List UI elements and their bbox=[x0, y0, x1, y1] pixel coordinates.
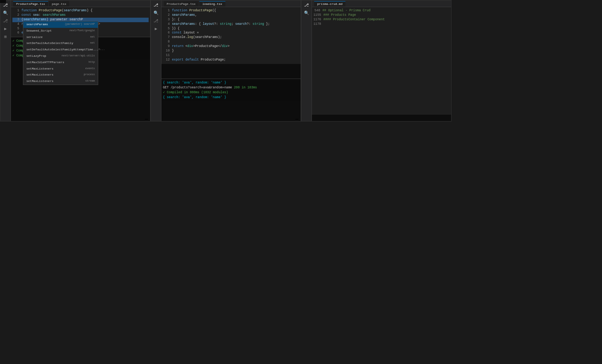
git-icon-2[interactable]: ⎇ bbox=[153, 18, 159, 24]
git-icon[interactable]: ⎇ bbox=[3, 18, 9, 24]
tab-loading[interactable]: loading.tsx bbox=[199, 1, 225, 6]
mini-sidebar-2: ⎇ 🔍 ⎇ ▶ bbox=[151, 0, 161, 121]
timestamp-2 bbox=[295, 119, 298, 120]
ac-item-9[interactable]: setMaxListenersprocess bbox=[23, 72, 98, 78]
code-editor-2: 1function ProductsPage({ 2 searchParams,… bbox=[161, 7, 301, 64]
main-code-area-2: ProductsPage.tsx loading.tsx 1function P… bbox=[161, 0, 301, 121]
mini-sidebar-1: ⎇ 🔍 ⎇ ▶ ⊞ bbox=[0, 0, 11, 121]
video-grid: ⎇ 🔍 ⎇ ▶ ⊞ ProductsPage.tsx page.tsx 1fun… bbox=[0, 0, 602, 364]
panel-1: ⎇ 🔍 ⎇ ▶ ⊞ ProductsPage.tsx page.tsx 1fun… bbox=[0, 0, 150, 121]
ac-item-10[interactable]: setMaxListenersstream bbox=[23, 78, 98, 85]
ac-item-8[interactable]: setMaxListenersevents bbox=[23, 66, 98, 72]
main-code-area-1: ProductsPage.tsx page.tsx 1function Prod… bbox=[11, 0, 150, 121]
tab-products-page-2[interactable]: ProductsPage.tsx bbox=[164, 1, 199, 6]
ac-item-5[interactable]: setDefaultAutoSelectFamilyAttemptTime...… bbox=[23, 47, 98, 53]
search-icon-2[interactable]: 🔍 bbox=[153, 10, 159, 16]
ac-item-3[interactable]: serializenet bbox=[23, 34, 98, 41]
panel-header-3: prisma-crud.md bbox=[312, 0, 451, 7]
search-sidebar-icon[interactable]: 🔍 bbox=[3, 10, 9, 16]
search-icon-3[interactable]: 🔍 bbox=[304, 10, 310, 16]
mini-sidebar-3: ⎇ 🔍 bbox=[301, 0, 312, 121]
file-info bbox=[0, 0, 6, 3]
debug-icon-2[interactable]: ▶ bbox=[153, 26, 159, 32]
explorer-icon-2[interactable]: ⎇ bbox=[153, 2, 159, 8]
panel-header-1: ProductsPage.tsx page.tsx bbox=[11, 0, 150, 7]
ac-item-2[interactable]: Seaweed_Scriptnext/font/google bbox=[23, 28, 98, 34]
panel-header-2: ProductsPage.tsx loading.tsx bbox=[161, 0, 301, 7]
panel-3: ⎇ 🔍 prisma-crud.md 548## Optional - Pris… bbox=[301, 0, 451, 121]
ac-item-1[interactable]: searchParams(parameter) searchP bbox=[23, 21, 98, 28]
ac-item-7[interactable]: setMaxIdleHTTPParsershttp bbox=[23, 59, 98, 66]
extensions-icon[interactable]: ⊞ bbox=[3, 33, 9, 39]
autocomplete-dropdown-1: searchParams(parameter) searchP Seaweed_… bbox=[23, 21, 98, 85]
code-editor-3: 548## Optional - Prisma Crud 1155### Pro… bbox=[312, 7, 451, 115]
debug-icon[interactable]: ▶ bbox=[3, 26, 9, 32]
tab-prisma-md[interactable]: prisma-crud.md bbox=[314, 1, 345, 6]
explorer-icon-3[interactable]: ⎇ bbox=[304, 2, 310, 8]
ac-item-6[interactable]: setLazyPropnext/server/api-utils bbox=[23, 53, 98, 59]
panel-2: ⎇ 🔍 ⎇ ▶ ProductsPage.tsx loading.tsx 1fu… bbox=[150, 0, 301, 121]
tab-products-page[interactable]: ProductsPage.tsx bbox=[13, 1, 48, 6]
tab-page[interactable]: page.tsx bbox=[49, 1, 69, 6]
main-code-area-3: prisma-crud.md 548## Optional - Prisma C… bbox=[312, 0, 451, 121]
timestamp-1 bbox=[145, 119, 148, 120]
ac-item-4[interactable]: setDefaultAutoSelectFamilynet bbox=[23, 40, 98, 47]
terminal-2: { search: 'ava', random: 'name' } GET /p… bbox=[161, 79, 301, 101]
